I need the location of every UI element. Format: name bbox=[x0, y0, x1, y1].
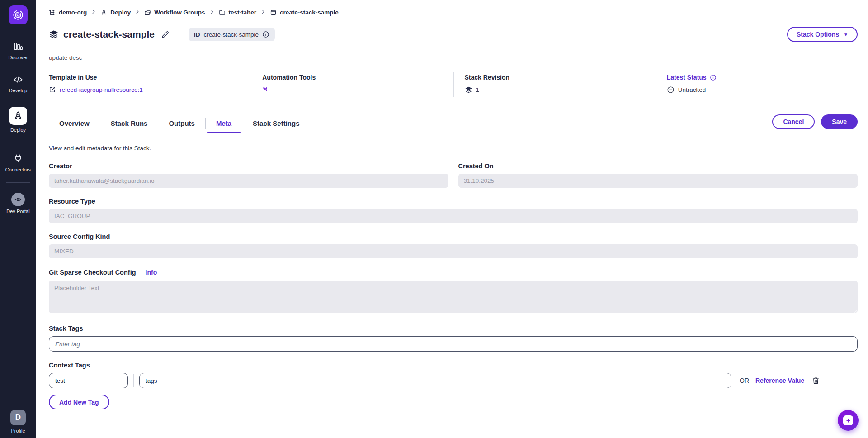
latest-status-value: Untracked bbox=[678, 86, 706, 93]
git-sparse-label: Git Sparse Checkout Config bbox=[49, 269, 136, 276]
template-link[interactable]: refeed-iacgroup-nullresource:1 bbox=[60, 86, 143, 93]
resource-type-input bbox=[49, 209, 858, 223]
tab-overview[interactable]: Overview bbox=[49, 117, 100, 133]
sidebar-item-deploy[interactable]: Deploy bbox=[0, 107, 36, 133]
edit-title-icon[interactable] bbox=[161, 30, 170, 39]
resource-type-label: Resource Type bbox=[49, 198, 858, 205]
breadcrumb: demo-org Deploy Workflow Groups bbox=[49, 9, 858, 16]
logo-spiral-icon bbox=[12, 9, 24, 21]
created-on-field: Created On bbox=[458, 162, 858, 188]
sidebar-item-label: Develop bbox=[9, 88, 27, 93]
source-config-kind-field: Source Config Kind bbox=[49, 233, 858, 258]
breadcrumb-label: Workflow Groups bbox=[154, 9, 205, 16]
breadcrumb-item-stack[interactable]: create-stack-sample bbox=[270, 9, 339, 16]
layers-icon bbox=[49, 29, 59, 39]
latest-status-text: Latest Status bbox=[667, 74, 707, 81]
folder-icon bbox=[219, 9, 226, 16]
git-sparse-info-link[interactable]: Info bbox=[146, 269, 157, 276]
tab-stack-runs[interactable]: Stack Runs bbox=[100, 117, 158, 133]
sidebar-item-develop[interactable]: Develop bbox=[0, 74, 36, 93]
stack-revision-label: Stack Revision bbox=[465, 74, 656, 81]
automation-tools-label: Automation Tools bbox=[262, 74, 453, 81]
tab-meta[interactable]: Meta bbox=[206, 117, 242, 133]
latest-status: Latest Status Untracked bbox=[656, 72, 858, 97]
main-content: demo-org Deploy Workflow Groups bbox=[36, 0, 868, 438]
save-button[interactable]: Save bbox=[821, 114, 858, 129]
stack-options-label: Stack Options bbox=[797, 31, 839, 38]
folders-icon bbox=[144, 9, 151, 16]
chevron-right-icon bbox=[91, 9, 96, 16]
meta-form: Creator Created On Resource Type Source … bbox=[49, 162, 858, 409]
tab-stack-settings[interactable]: Stack Settings bbox=[242, 117, 310, 133]
sidebar-divider bbox=[6, 143, 30, 143]
source-config-kind-input bbox=[49, 244, 858, 258]
bar-chart-icon bbox=[12, 41, 24, 52]
sidebar-item-label: Connectors bbox=[5, 167, 31, 172]
rocket-icon bbox=[100, 9, 107, 16]
creator-input bbox=[49, 174, 448, 188]
context-tag-value-input[interactable] bbox=[139, 373, 731, 388]
chevron-right-icon bbox=[135, 9, 140, 16]
add-new-tag-button[interactable]: Add New Tag bbox=[49, 395, 109, 409]
stack-tags-input[interactable] bbox=[49, 336, 858, 352]
meta-intro-text: View and edit metadata for this Stack. bbox=[49, 145, 858, 152]
sidebar-item-connectors[interactable]: Connectors bbox=[0, 153, 36, 172]
sidebar-item-dev-portal[interactable]: Dev Portal bbox=[0, 193, 36, 214]
latest-status-label[interactable]: Latest Status bbox=[667, 74, 858, 81]
automation-tool-icon[interactable] bbox=[262, 86, 269, 93]
org-icon bbox=[49, 9, 56, 16]
template-label: Template in Use bbox=[49, 74, 251, 81]
code-icon bbox=[12, 74, 24, 86]
created-on-input bbox=[458, 174, 858, 188]
layers-icon bbox=[465, 86, 472, 94]
page-title: create-stack-sample bbox=[63, 29, 155, 40]
chevron-down-icon: ▼ bbox=[844, 32, 848, 37]
sidebar-item-label: Deploy bbox=[10, 127, 26, 133]
trash-icon bbox=[811, 376, 820, 385]
cancel-button[interactable]: Cancel bbox=[772, 114, 815, 129]
breadcrumb-item-org[interactable]: demo-org bbox=[49, 9, 87, 16]
rocket-icon bbox=[9, 107, 27, 125]
breadcrumb-label: Deploy bbox=[110, 9, 131, 16]
breadcrumb-item-workflow-group[interactable]: test-taher bbox=[219, 9, 257, 16]
sidebar: Discover Develop Deploy bbox=[0, 0, 36, 438]
sidebar-item-label: Profile bbox=[11, 428, 25, 433]
sidebar-nav: Discover Develop Deploy bbox=[0, 24, 36, 214]
reference-value-link[interactable]: Reference Value bbox=[755, 377, 804, 384]
creator-field: Creator bbox=[49, 162, 448, 188]
tab-bar: Overview Stack Runs Outputs Meta Stack S… bbox=[49, 114, 858, 133]
stack-options-button[interactable]: Stack Options ▼ bbox=[787, 27, 858, 42]
sidebar-item-discover[interactable]: Discover bbox=[0, 41, 36, 60]
git-sparse-field: Git Sparse Checkout Config Info bbox=[49, 268, 858, 315]
context-tag-key-input[interactable] bbox=[49, 373, 128, 388]
id-badge-prefix: ID bbox=[194, 31, 200, 38]
automation-tools: Automation Tools bbox=[251, 72, 453, 97]
chevron-right-icon bbox=[260, 9, 266, 16]
app-logo[interactable] bbox=[9, 5, 28, 24]
stack-revision: Stack Revision 1 bbox=[453, 72, 656, 97]
label-divider bbox=[141, 268, 141, 276]
context-tag-divider bbox=[133, 374, 134, 387]
id-badge-value: create-stack-sample bbox=[203, 31, 259, 38]
source-config-kind-label: Source Config Kind bbox=[49, 233, 858, 240]
creator-label: Creator bbox=[49, 162, 448, 170]
assistant-fab-button[interactable] bbox=[838, 410, 859, 431]
created-on-label: Created On bbox=[458, 162, 858, 170]
chevron-right-icon bbox=[209, 9, 215, 16]
avatar: D bbox=[10, 410, 26, 425]
stack-tags-field: Stack Tags bbox=[49, 325, 858, 352]
breadcrumb-item-workflow-groups[interactable]: Workflow Groups bbox=[144, 9, 205, 16]
sidebar-item-label: Dev Portal bbox=[6, 209, 29, 214]
tab-outputs[interactable]: Outputs bbox=[158, 117, 205, 133]
info-icon[interactable] bbox=[262, 31, 269, 38]
stack-info-bar: Template in Use refeed-iacgroup-nullreso… bbox=[49, 72, 858, 97]
delete-tag-button[interactable] bbox=[811, 376, 820, 385]
sidebar-item-profile[interactable]: D Profile bbox=[10, 410, 26, 433]
info-icon[interactable] bbox=[710, 74, 717, 81]
plug-icon bbox=[12, 153, 24, 165]
breadcrumb-item-deploy[interactable]: Deploy bbox=[100, 9, 131, 16]
git-sparse-textarea[interactable] bbox=[49, 281, 858, 313]
sidebar-item-label: Discover bbox=[9, 55, 28, 60]
or-label: OR bbox=[740, 377, 749, 384]
stack-revision-value: 1 bbox=[476, 86, 480, 93]
